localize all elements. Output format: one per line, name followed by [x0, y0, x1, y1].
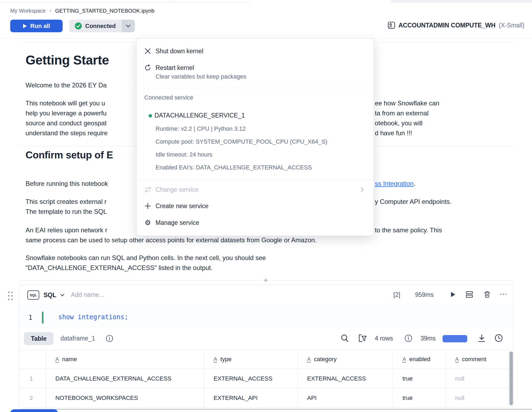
doc-paragraph-line: ee how Snowflake can: [375, 100, 439, 107]
results-table: A name A type A category A enabled A com…: [19, 350, 513, 409]
doc-paragraph-line: understand the steps require: [26, 129, 108, 137]
role-warehouse-label: ACCOUNTADMIN COMPUTE_WH: [398, 22, 495, 29]
table-border: [445, 350, 446, 409]
execution-count: [2]: [393, 291, 400, 299]
doc-paragraph-line: ta from an external: [375, 109, 429, 117]
table-cell: null: [455, 395, 464, 402]
doc-link-line: ss Integration.: [375, 180, 415, 187]
column-header-comment[interactable]: A comment: [455, 350, 486, 369]
bottom-panel-edge: [20, 409, 532, 410]
delete-cell-icon[interactable]: [484, 291, 490, 298]
service-idle-timeout: Idle timeout: 24 hours: [156, 151, 213, 158]
doc-paragraph-line: This script creates external r: [26, 198, 106, 205]
table-cell: EXTERNAL_ACCESS: [214, 375, 272, 382]
menu-divider: [137, 180, 373, 180]
table-border: [297, 350, 298, 409]
run-all-button[interactable]: Run all: [10, 20, 63, 32]
menu-item-restart-kernel[interactable]: Restart kernel: [137, 63, 373, 73]
doc-paragraph-line: y Computer API endpoints.: [375, 198, 452, 205]
download-icon[interactable]: [478, 334, 486, 342]
restart-icon: [144, 65, 151, 71]
table-cell: true: [402, 395, 413, 402]
results-table-tab[interactable]: Table: [24, 332, 53, 345]
cell-drag-handle[interactable]: [7, 291, 14, 301]
column-header-category[interactable]: A category: [307, 350, 337, 369]
doc-paragraph-line: otebook, you will: [375, 119, 422, 127]
split-cell-icon[interactable]: [466, 291, 473, 298]
table-border: [46, 350, 46, 409]
table-cell: true: [402, 375, 413, 382]
tab-strip-gap: [250, 0, 391, 2]
column-header-type[interactable]: A type: [214, 350, 232, 369]
connected-service-section-title: Connected service: [144, 94, 193, 101]
table-cell: null: [455, 375, 464, 382]
tab-strip-left: [0, 0, 250, 2]
breadcrumb-workspace-link[interactable]: My Workspace: [10, 8, 46, 14]
doc-paragraph-line: help you leverage a powerfu: [26, 109, 107, 117]
cell-name-input[interactable]: Add name...: [71, 291, 104, 299]
row-number: 1: [30, 375, 33, 382]
code-line[interactable]: show integrations;: [58, 313, 128, 321]
chevron-right-icon: [361, 187, 364, 192]
table-cell: DATA_CHALLENGE_EXTERNAL_ACCESS: [55, 375, 171, 382]
notebook-app: { "header": { "breadcrumb_root": "My Wor…: [0, 0, 532, 412]
kernel-menu-toggle[interactable]: [121, 20, 135, 32]
query-history-clock-icon[interactable]: [495, 334, 503, 342]
user-badge-icon: [388, 22, 395, 29]
line-number: 1: [28, 314, 32, 321]
info-icon[interactable]: [106, 335, 113, 342]
doc-section-title: Confirm setup of E: [26, 150, 113, 161]
breadcrumb: My Workspace › GETTING_STARTED_NOTEBOOK.…: [10, 7, 154, 15]
menu-item-change-service[interactable]: Change service: [137, 185, 373, 194]
service-name[interactable]: DATACHALLENGE_SERVICE_1: [154, 112, 245, 119]
doc-paragraph-line: Before running this notebook: [26, 180, 108, 187]
row-number: 2: [30, 395, 33, 402]
run-cell-button[interactable]: [451, 292, 456, 297]
menu-divider: [137, 88, 373, 88]
string-type-icon: A: [455, 356, 459, 363]
row-count-label: 4 rows: [375, 335, 393, 342]
string-type-icon: A: [402, 356, 406, 363]
doc-paragraph-line: source and conduct geospat: [26, 119, 107, 127]
table-scrollbar[interactable]: [509, 351, 513, 405]
account-warehouse-chip[interactable]: ACCOUNTADMIN COMPUTE_WH (X-Small): [388, 22, 524, 29]
doc-welcome-line: Welcome to the 2026 EY Da: [26, 81, 107, 89]
plus-icon: [144, 203, 151, 209]
play-icon: [23, 24, 27, 29]
filter-icon[interactable]: [359, 334, 367, 342]
results-toolbar: Table dataframe_1 4 rows 39ms: [19, 327, 513, 350]
search-icon[interactable]: [341, 334, 348, 342]
add-cell-button[interactable]: +: [261, 276, 271, 285]
table-border: [19, 407, 509, 408]
warehouse-size-label: (X-Small): [499, 22, 524, 29]
info-icon[interactable]: [405, 335, 412, 342]
table-cell: API: [307, 395, 317, 402]
chevron-down-icon: [60, 294, 64, 296]
swap-arrows-icon: [144, 187, 151, 193]
cell-language-selector[interactable]: SQL SQL: [27, 290, 64, 300]
column-header-name[interactable]: A name: [55, 350, 77, 369]
menu-item-manage-service[interactable]: ⚙ Manage service: [137, 218, 373, 228]
connected-status-button[interactable]: Connected: [69, 20, 121, 32]
tab-strip-right: [391, 0, 532, 2]
string-type-icon: A: [55, 356, 59, 363]
chevron-down-icon: [126, 25, 130, 27]
menu-item-create-new-service[interactable]: Create new service: [137, 201, 373, 211]
table-cell: NOTEBOOKS_WORKSPACES: [55, 395, 138, 402]
string-type-icon: A: [214, 356, 217, 363]
kernel-dropdown-menu: Shut down kernel Restart kernel Clear va…: [136, 38, 374, 236]
bottom-action-button[interactable]: [10, 409, 58, 412]
breadcrumb-chevron-icon: ›: [49, 7, 51, 14]
sql-cell: SQL SQL Add name... [2] 959ms ⋯ 1 show i…: [19, 285, 514, 409]
table-border: [508, 350, 508, 409]
menu-item-shutdown-kernel[interactable]: Shut down kernel: [137, 46, 373, 56]
cell-more-menu[interactable]: ⋯: [500, 290, 508, 299]
doc-paragraph-line: An EAI relies upon network r: [26, 226, 107, 234]
sql-badge-icon: SQL: [27, 290, 39, 300]
column-header-enabled[interactable]: A enabled: [402, 350, 430, 369]
query-duration-label: 39ms: [420, 335, 436, 342]
access-integration-link[interactable]: ss Integration: [375, 180, 414, 187]
execution-indicator-bar: [42, 312, 44, 324]
dataframe-name: dataframe_1: [60, 335, 95, 342]
doc-paragraph-line: This notebook will get you u: [26, 100, 105, 107]
